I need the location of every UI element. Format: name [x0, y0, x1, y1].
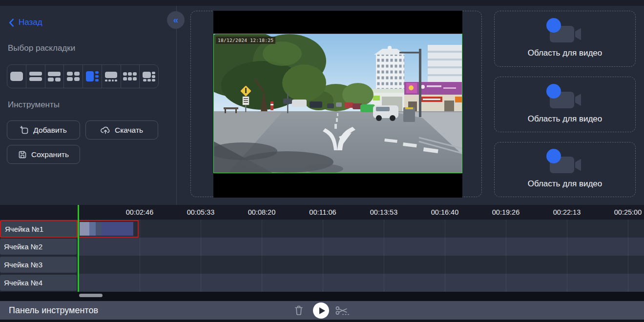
timeline-track-2[interactable]	[78, 238, 644, 256]
timeline-gridline	[445, 220, 445, 292]
timeline-gridline	[262, 220, 262, 292]
layout-option-one-left-three-right[interactable]	[83, 65, 102, 88]
double-chevron-left-icon: «	[173, 15, 179, 24]
timeline-tick: 00:25:00	[614, 208, 642, 216]
layout-glyph	[143, 72, 155, 81]
layout-option-one-big-two-right-three-bottom[interactable]	[140, 65, 158, 88]
timeline-tick: 00:11:06	[309, 208, 336, 216]
camera-blue-dot	[546, 84, 561, 99]
timeline-gridline	[201, 220, 201, 292]
play-icon	[319, 307, 325, 314]
timeline-tick: 00:13:53	[370, 208, 397, 216]
timeline-tick: 00:19:26	[492, 208, 519, 216]
video-slot-label: Область для видео	[528, 114, 602, 124]
cut-icon[interactable]	[335, 306, 350, 316]
timeline-gridline	[506, 220, 506, 292]
street-scene-video	[214, 34, 462, 173]
timeline-tick: 00:16:40	[431, 208, 458, 216]
timeline-row-label-2[interactable]: Ячейка №2	[0, 239, 77, 255]
bottom-strip	[0, 320, 644, 322]
back-button[interactable]: Назад	[9, 18, 42, 27]
timeline-tick: 00:08:20	[248, 208, 275, 216]
layout-option-grid-2x2[interactable]	[64, 65, 83, 88]
layout-glyph	[48, 72, 61, 81]
timeline-tick: 00:02:46	[126, 208, 153, 216]
video-letterbox: 18/12/2024 12:18:25	[213, 11, 462, 198]
layout-glyph	[67, 72, 80, 81]
main-video-area[interactable]: 18/12/2024 12:18:25	[190, 11, 482, 197]
collapse-sidebar-button[interactable]: «	[167, 11, 185, 29]
clip-segment[interactable]	[80, 222, 89, 236]
timeline-gridline	[323, 220, 323, 292]
tools-section-title: Инструменты	[8, 100, 60, 110]
layout-option-one-top-two-bottom[interactable]	[45, 65, 64, 88]
timeline-gridline	[628, 220, 628, 292]
video-slot-label: Область для видео	[528, 48, 602, 58]
layout-glyph	[10, 72, 23, 81]
video-slot-label: Область для видео	[528, 179, 602, 189]
timeline-row-label-3[interactable]: Ячейка №3	[0, 257, 77, 273]
timeline-body[interactable]: Ячейка №1 Ячейка №2 Ячейка №3 Ячейка №4	[0, 220, 644, 292]
top-strip	[0, 0, 644, 6]
clip-segment[interactable]	[102, 222, 133, 236]
download-button[interactable]: Скачать	[85, 121, 158, 140]
back-label: Назад	[19, 18, 42, 27]
layout-section-title: Выбор раскладки	[8, 43, 75, 53]
layout-option-one-top-four-bottom[interactable]	[102, 65, 121, 88]
layout-glyph	[123, 72, 137, 81]
clip-group[interactable]	[80, 222, 133, 236]
timeline-tick: 00:22:13	[553, 208, 581, 216]
video-slot-3[interactable]: Область для видео	[494, 142, 636, 197]
video-camera-icon	[549, 20, 581, 45]
layout-option-single[interactable]	[7, 65, 26, 88]
video-slot-1[interactable]: Область для видео	[494, 11, 636, 67]
timeline-track-4[interactable]	[78, 274, 644, 292]
chevron-left-icon	[9, 19, 14, 27]
video-slot-2[interactable]: Область для видео	[494, 77, 636, 132]
save-floppy-icon	[18, 150, 27, 159]
save-button-label: Сохранить	[31, 150, 69, 159]
save-button[interactable]: Сохранить	[7, 145, 80, 164]
timeline-track-1[interactable]	[78, 220, 644, 238]
bottom-toolbar-title: Панель инструментов	[9, 305, 98, 316]
camera-blue-dot	[546, 149, 561, 163]
timeline-gridline	[567, 220, 567, 292]
add-button[interactable]: Добавить	[7, 121, 80, 140]
video-camera-icon	[549, 85, 581, 111]
timeline-row-label-1[interactable]: Ячейка №1	[0, 220, 78, 238]
timeline-row-label-4[interactable]: Ячейка №4	[0, 275, 77, 291]
video-frame[interactable]: 18/12/2024 12:18:25	[213, 34, 462, 173]
add-button-label: Добавить	[33, 126, 67, 135]
playhead[interactable]	[78, 205, 79, 292]
clip-segment[interactable]	[96, 222, 102, 236]
layout-glyph	[29, 72, 42, 81]
cloud-upload-icon	[101, 126, 110, 134]
layout-glyph	[86, 71, 99, 82]
timeline-ruler[interactable]: 00:02:4600:05:3300:08:2000:11:0600:13:53…	[0, 205, 644, 220]
timeline-gridline	[384, 220, 384, 292]
timeline-scrollbar[interactable]	[0, 292, 644, 301]
layout-glyph	[105, 72, 117, 81]
clip-segment[interactable]	[89, 222, 96, 236]
layout-picker	[7, 64, 159, 88]
add-frame-icon	[20, 126, 29, 135]
download-button-label: Скачать	[115, 126, 143, 135]
camera-blue-dot	[546, 18, 561, 33]
video-camera-icon	[549, 150, 581, 176]
layout-option-two-rows[interactable]	[26, 65, 45, 88]
play-button[interactable]	[313, 302, 329, 319]
delete-icon[interactable]	[294, 305, 304, 316]
timeline-tick: 00:05:33	[187, 208, 214, 216]
timeline-track-3[interactable]	[78, 256, 644, 274]
sidebar-divider	[176, 6, 177, 205]
timeline-gridline	[140, 220, 140, 292]
video-timestamp-overlay: 18/12/2024 12:18:25	[216, 37, 275, 44]
timeline-scrollbar-thumb[interactable]	[79, 294, 103, 297]
layout-option-grid-3x2[interactable]	[121, 65, 140, 88]
